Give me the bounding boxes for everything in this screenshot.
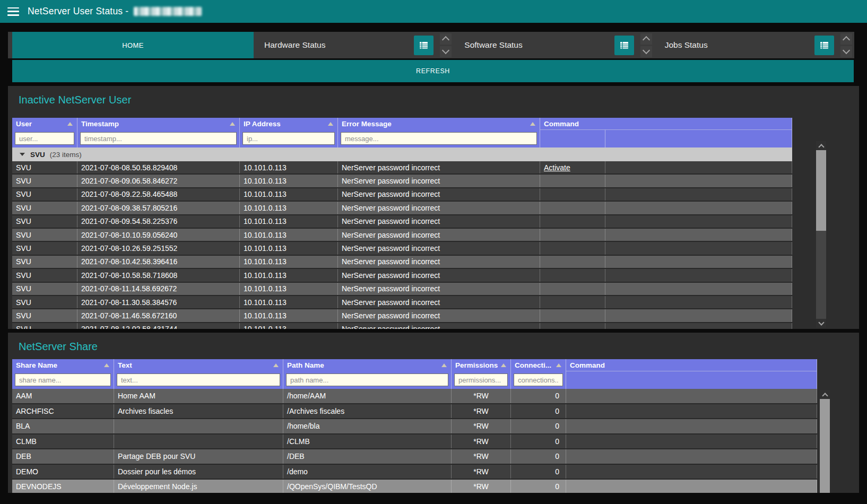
user-table-row[interactable]: SVU2021-07-08-11.30.58.38457610.101.0.11… — [12, 296, 792, 309]
column-header-share-name[interactable]: Share Name — [12, 359, 114, 371]
command-cell — [540, 269, 605, 281]
group-row-svu[interactable]: SVU (23 items) — [12, 147, 792, 161]
scroll-up-button[interactable] — [820, 390, 830, 399]
ip-cell: 10.101.0.113 — [240, 215, 338, 228]
column-header-error-message[interactable]: Error Message — [338, 118, 540, 129]
share-name-filter-input[interactable] — [15, 373, 111, 386]
column-header-connections[interactable]: Connecti... — [511, 359, 566, 371]
column-header-user[interactable]: User — [12, 118, 77, 129]
scrollbar-thumb[interactable] — [820, 399, 830, 493]
command-cell — [540, 229, 605, 241]
table-icon — [619, 40, 629, 50]
chevron-up-icon[interactable] — [640, 33, 652, 45]
scroll-up-button[interactable] — [816, 141, 826, 150]
group-collapse-icon — [20, 153, 25, 156]
share-table-row[interactable]: AAMHome AAM/home/AAM*RW0 — [12, 389, 817, 404]
permissions-filter-input[interactable] — [454, 373, 508, 386]
user-table-row[interactable]: SVU2021-07-08-10.42.58.39641610.101.0.11… — [12, 256, 792, 269]
activate-link[interactable]: Activate — [544, 163, 570, 172]
section-title-share: NetServer Share — [8, 333, 859, 353]
user-table-row[interactable]: SVU2021-07-08-09.22.58.46548810.101.0.11… — [12, 188, 792, 202]
software-status-list-button[interactable] — [614, 36, 634, 55]
column-header-timestamp[interactable]: Timestamp — [77, 118, 240, 129]
nav-bar: HOME Hardware Status Software Status — [8, 32, 854, 58]
connections-filter-input[interactable] — [514, 373, 563, 386]
user-table-row[interactable]: SVU2021-07-08-09.38.57.80521610.101.0.11… — [12, 202, 792, 215]
permissions-cell: *RW — [452, 389, 511, 403]
menu-icon[interactable] — [7, 7, 19, 16]
user-cell: SVU — [12, 323, 77, 329]
timestamp-cell: 2021-07-08-09.06.58.846272 — [77, 175, 240, 187]
user-table-row[interactable]: SVU2021-07-08-11.46.58.67216010.101.0.11… — [12, 309, 792, 323]
error-message-cell: NerServer password incorrect — [338, 242, 540, 254]
text-cell: Dossier pour les démos — [114, 465, 283, 479]
sort-asc-icon — [501, 363, 506, 367]
refresh-button[interactable]: REFRESH — [12, 60, 854, 82]
chevron-up-icon[interactable] — [840, 33, 852, 45]
command-cell — [566, 419, 817, 433]
user-table-row[interactable]: SVU2021-07-08-10.26.59.25155210.101.0.11… — [12, 242, 792, 255]
share-table-row[interactable]: DEVNODEJSDéveloppement Node.js/QOpenSys/… — [12, 480, 817, 493]
jobs-status-list-button[interactable] — [814, 36, 834, 55]
ip-cell: 10.101.0.113 — [240, 242, 338, 254]
share-table-row[interactable]: DEBPartage DEB pour SVU/DEB*RW0 — [12, 449, 817, 465]
share-table-row[interactable]: DEMODossier pour les démos/demo*RW0 — [12, 465, 817, 480]
tab-software-status[interactable]: Software Status — [464, 40, 614, 50]
table-header-row: User Timestamp IP Address Error Message … — [12, 118, 792, 129]
tab-jobs-status[interactable]: Jobs Status — [665, 40, 814, 50]
column-header-path-name[interactable]: Path Name — [283, 359, 452, 371]
chevron-down-icon[interactable] — [840, 46, 852, 57]
chevron-down-icon[interactable] — [640, 46, 652, 57]
ip-cell: 10.101.0.113 — [240, 175, 338, 187]
user-table-row[interactable]: SVU2021-07-08-12.02.58.43174410.101.0.11… — [12, 323, 792, 329]
hardware-status-list-button[interactable] — [414, 36, 433, 55]
tab-hardware-status[interactable]: Hardware Status — [264, 40, 414, 50]
app-title: NetServer User Status - — [28, 6, 202, 17]
command-cell — [540, 296, 605, 308]
column-header-ip-address[interactable]: IP Address — [240, 118, 338, 129]
share-table-row[interactable]: BLA/home/bla*RW0 — [12, 419, 817, 435]
tab-home[interactable]: HOME — [12, 32, 254, 58]
path-name-cell: /Archives fiscales — [283, 404, 452, 419]
ip-filter-input[interactable] — [242, 132, 335, 145]
share-table-row[interactable]: ARCHFISCArchives fisacles/Archives fisca… — [12, 404, 817, 420]
ip-cell: 10.101.0.113 — [240, 269, 338, 281]
connections-cell: 0 — [511, 480, 566, 493]
path-name-cell: /home/bla — [283, 419, 452, 433]
timestamp-cell: 2021-07-08-10.42.58.396416 — [77, 256, 240, 268]
scrollbar-thumb[interactable] — [816, 150, 826, 231]
column-header-permissions[interactable]: Permissions — [452, 359, 511, 371]
path-name-filter-input[interactable] — [286, 373, 448, 386]
command-cell — [540, 242, 605, 254]
sort-asc-icon — [273, 363, 279, 367]
chevron-down-icon[interactable] — [440, 46, 452, 57]
error-message-cell: NerServer password incorrect — [338, 283, 540, 295]
ip-cell: 10.101.0.113 — [240, 188, 338, 201]
chevron-up-icon[interactable] — [440, 33, 452, 45]
user-table-row[interactable]: SVU2021-07-08-10.58.58.71860810.101.0.11… — [12, 269, 792, 282]
text-filter-input[interactable] — [117, 373, 280, 386]
scroll-down-button[interactable] — [816, 319, 826, 328]
inactive-user-section: Inactive NetServer User User Timestamp I… — [8, 86, 859, 329]
message-filter-input[interactable] — [341, 132, 537, 145]
user-filter-input[interactable] — [15, 132, 74, 145]
user-table-row[interactable]: SVU2021-07-08-10.10.59.05624010.101.0.11… — [12, 229, 792, 242]
column-header-text[interactable]: Text — [114, 359, 283, 371]
error-message-cell: NerServer password incorrect — [338, 229, 540, 241]
scrollbar-track[interactable] — [816, 231, 826, 319]
user-table-row[interactable]: SVU2021-07-08-09.54.58.22537610.101.0.11… — [12, 215, 792, 229]
share-table-row[interactable]: CLMB/CLMB*RW0 — [12, 435, 817, 450]
user-table-row[interactable]: SVU2021-07-08-11.14.58.69267210.101.0.11… — [12, 283, 792, 296]
app-window: NetServer User Status - HOME Hardware St… — [0, 0, 867, 504]
user-table-row[interactable]: SVU2021-07-08-09.06.58.84627210.101.0.11… — [12, 175, 792, 188]
user-table-row[interactable]: SVU2021-07-08-08.50.58.82940810.101.0.11… — [12, 161, 792, 175]
timestamp-cell: 2021-07-08-09.22.58.465488 — [77, 188, 240, 201]
permissions-cell: *RW — [452, 435, 511, 449]
command-cell — [566, 465, 817, 479]
path-name-cell: /DEB — [283, 449, 452, 464]
command-cell — [566, 435, 817, 449]
error-message-cell: NerServer password incorrect — [338, 188, 540, 201]
user-cell: SVU — [12, 229, 77, 241]
timestamp-filter-input[interactable] — [80, 132, 237, 145]
command-cell — [540, 256, 605, 268]
